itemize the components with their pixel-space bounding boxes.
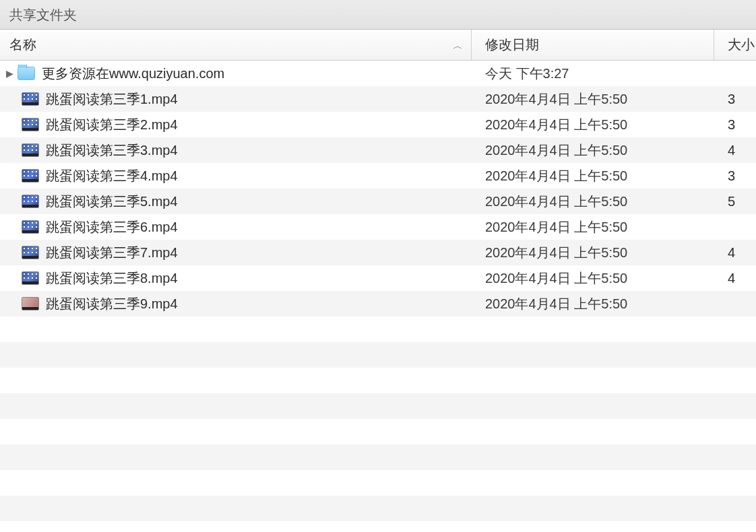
file-name: 跳蛋阅读第三季1.mp4 [46,90,178,108]
cell-name: 跳蛋阅读第三季4.mp4 [0,167,472,185]
video-file-icon [22,220,39,234]
cell-name: 跳蛋阅读第三季5.mp4 [0,193,472,211]
cell-date: 2020年4月4日 上午5:50 [472,193,714,211]
table-row[interactable]: 跳蛋阅读第三季3.mp42020年4月4日 上午5:504 [0,137,756,163]
table-row [0,317,756,342]
video-file-icon [22,92,39,106]
cell-size: 5 [714,194,756,209]
file-name: 跳蛋阅读第三季4.mp4 [46,167,178,185]
cell-name: 跳蛋阅读第三季9.mp4 [0,295,472,313]
table-row[interactable]: 跳蛋阅读第三季4.mp42020年4月4日 上午5:503 [0,163,756,189]
file-name: 跳蛋阅读第三季2.mp4 [46,116,178,134]
video-file-icon [22,195,39,208]
column-header-date-label: 修改日期 [485,36,539,54]
video-file-icon [22,271,39,285]
file-name: 跳蛋阅读第三季8.mp4 [46,269,178,288]
file-name: 跳蛋阅读第三季3.mp4 [46,141,178,160]
video-file-icon [22,297,39,310]
table-row[interactable]: 跳蛋阅读第三季7.mp42020年4月4日 上午5:504 [0,240,756,265]
cell-size: 3 [714,117,756,133]
table-row [0,368,756,393]
cell-name: 跳蛋阅读第三季7.mp4 [0,244,472,262]
table-row[interactable]: 跳蛋阅读第三季6.mp42020年4月4日 上午5:50 [0,214,756,240]
cell-size: 4 [714,245,756,261]
table-row [0,393,756,419]
file-list: ▶更多资源在www.quziyuan.com今天 下午3:27跳蛋阅读第三季1.… [0,61,756,532]
table-row[interactable]: 跳蛋阅读第三季2.mp42020年4月4日 上午5:503 [0,112,756,137]
cell-size: 4 [714,143,756,158]
file-name: 更多资源在www.quziyuan.com [42,65,224,83]
cell-date: 2020年4月4日 上午5:50 [472,269,714,288]
table-row [0,470,756,496]
cell-name: 跳蛋阅读第三季8.mp4 [0,269,472,288]
column-header-name-label: 名称 [9,36,36,54]
table-row [0,444,756,470]
column-header-date[interactable]: 修改日期 [472,30,714,60]
window-title: 共享文件夹 [0,0,756,30]
cell-date: 2020年4月4日 上午5:50 [472,90,714,108]
cell-name: ▶更多资源在www.quziyuan.com [0,65,472,83]
table-row[interactable]: 跳蛋阅读第三季8.mp42020年4月4日 上午5:504 [0,265,756,291]
file-name: 跳蛋阅读第三季7.mp4 [46,244,178,262]
table-row[interactable]: 跳蛋阅读第三季9.mp42020年4月4日 上午5:50 [0,291,756,317]
video-file-icon [22,118,39,131]
folder-icon [18,67,35,80]
cell-name: 跳蛋阅读第三季1.mp4 [0,90,472,108]
video-file-icon [22,143,39,157]
video-file-icon [22,169,39,182]
cell-date: 2020年4月4日 上午5:50 [472,116,714,134]
table-row[interactable]: ▶更多资源在www.quziyuan.com今天 下午3:27 [0,61,756,86]
table-row [0,496,756,521]
column-header-name[interactable]: 名称 〈 [0,30,472,60]
file-name: 跳蛋阅读第三季9.mp4 [46,295,178,313]
column-header-size[interactable]: 大小 [714,30,756,60]
table-row [0,419,756,444]
cell-date: 2020年4月4日 上午5:50 [472,244,714,262]
file-name: 跳蛋阅读第三季6.mp4 [46,218,178,236]
cell-date: 2020年4月4日 上午5:50 [472,218,714,236]
column-header-size-label: 大小 [728,36,755,54]
cell-name: 跳蛋阅读第三季2.mp4 [0,116,472,134]
cell-date: 2020年4月4日 上午5:50 [472,141,714,160]
column-headers: 名称 〈 修改日期 大小 [0,30,756,61]
cell-size: 3 [714,168,756,184]
table-row[interactable]: 跳蛋阅读第三季1.mp42020年4月4日 上午5:503 [0,86,756,112]
file-name: 跳蛋阅读第三季5.mp4 [46,193,178,211]
table-row [0,342,756,368]
cell-date: 2020年4月4日 上午5:50 [472,167,714,185]
table-row[interactable]: 跳蛋阅读第三季5.mp42020年4月4日 上午5:505 [0,189,756,214]
sort-ascending-icon: 〈 [451,40,463,50]
cell-date: 2020年4月4日 上午5:50 [472,295,714,313]
cell-name: 跳蛋阅读第三季6.mp4 [0,218,472,236]
disclosure-triangle-icon[interactable]: ▶ [4,68,15,79]
finder-window: 共享文件夹 名称 〈 修改日期 大小 ▶更多资源在www.quziyuan.co… [0,0,756,532]
cell-size: 3 [714,92,756,107]
cell-size: 4 [714,271,756,286]
cell-name: 跳蛋阅读第三季3.mp4 [0,141,472,160]
video-file-icon [22,246,39,259]
cell-date: 今天 下午3:27 [472,65,714,83]
